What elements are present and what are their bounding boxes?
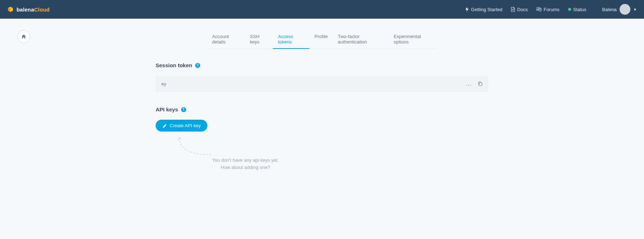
heading-text: Session token xyxy=(156,62,192,68)
create-api-key-button[interactable]: Create API key xyxy=(156,120,207,132)
home-button[interactable] xyxy=(17,30,30,43)
nav-status[interactable]: Status xyxy=(568,7,586,12)
ellipsis-icon: … xyxy=(466,81,472,87)
api-keys-section: API keys ? Create API key You don't have… xyxy=(106,106,538,171)
arrow-hint-icon xyxy=(176,134,219,159)
settings-tabs: Account detailsSSH keysAccess tokensProf… xyxy=(207,30,437,49)
session-token-section: Session token ? ey … xyxy=(106,62,538,92)
header-nav: Getting Started Docs Forums Status Balen… xyxy=(465,4,637,15)
magic-wand-icon xyxy=(162,123,167,128)
empty-line-2: How about adding one? xyxy=(181,164,310,171)
avatar xyxy=(620,4,630,15)
tab-profile[interactable]: Profile xyxy=(309,30,333,49)
nav-forums[interactable]: Forums xyxy=(537,7,560,12)
help-icon[interactable]: ? xyxy=(181,107,186,112)
tab-account-details[interactable]: Account details xyxy=(207,30,245,49)
logo-text: balenaCloud xyxy=(17,6,50,13)
empty-state: You don't have any api keys yet. How abo… xyxy=(156,134,488,171)
nav-docs[interactable]: Docs xyxy=(511,7,528,12)
chevron-down-icon: ▼ xyxy=(633,8,637,12)
session-token-value: ey xyxy=(161,81,460,87)
session-token-box: ey … xyxy=(156,75,488,92)
app-header: balenaCloud Getting Started Docs Forums … xyxy=(0,0,644,19)
heading-text: API keys xyxy=(156,106,178,112)
bolt-icon xyxy=(465,7,469,12)
file-icon xyxy=(511,7,515,12)
user-name: Balena xyxy=(602,7,617,12)
copy-icon xyxy=(478,81,483,86)
nav-label: Status xyxy=(573,7,586,12)
tab-access-tokens[interactable]: Access tokens xyxy=(273,30,309,49)
user-menu[interactable]: Balena ▼ xyxy=(602,4,637,15)
tab-ssh-keys[interactable]: SSH keys xyxy=(245,30,273,49)
nav-label: Docs xyxy=(517,7,528,12)
home-icon xyxy=(21,34,26,39)
tab-two-factor[interactable]: Two-factor authentication xyxy=(333,30,389,49)
tab-experimental[interactable]: Experimental options xyxy=(388,30,437,49)
chat-icon xyxy=(537,7,542,12)
button-label: Create API key xyxy=(170,123,201,128)
api-keys-heading: API keys ? xyxy=(156,106,488,112)
logo-cube-icon xyxy=(7,6,14,13)
nav-label: Getting Started xyxy=(471,7,502,12)
nav-getting-started[interactable]: Getting Started xyxy=(465,7,502,12)
copy-button[interactable] xyxy=(478,81,483,86)
brand[interactable]: balenaCloud xyxy=(7,6,50,13)
session-token-heading: Session token ? xyxy=(156,62,488,68)
nav-label: Forums xyxy=(544,7,560,12)
svg-rect-0 xyxy=(479,83,482,86)
status-dot-icon xyxy=(568,8,571,11)
page-content: Account detailsSSH keysAccess tokensProf… xyxy=(0,19,644,197)
help-icon[interactable]: ? xyxy=(195,63,200,68)
